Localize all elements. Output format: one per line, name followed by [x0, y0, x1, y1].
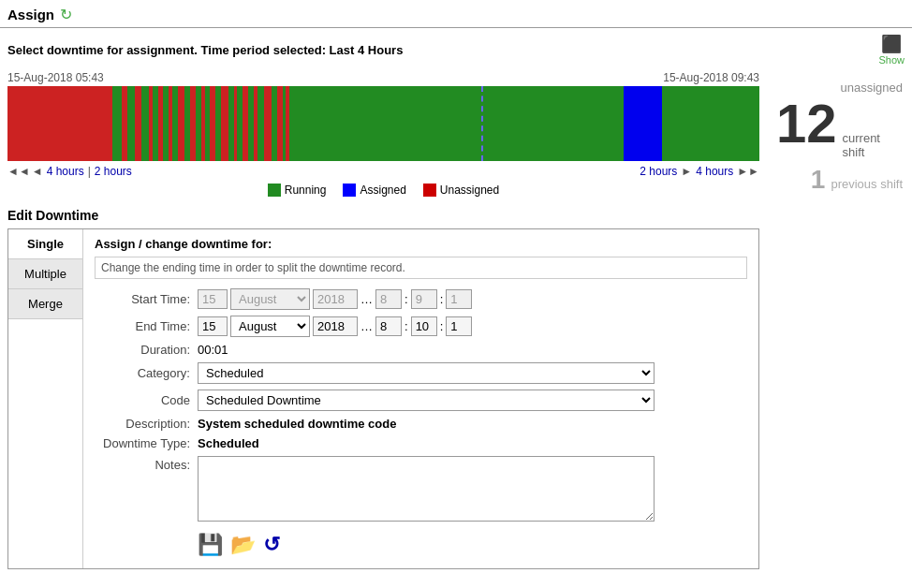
end-sep: … — [360, 319, 373, 333]
tab-single[interactable]: Single — [8, 229, 82, 259]
show-button[interactable]: ⬛ Show — [878, 34, 905, 66]
seg-dotted-line — [481, 86, 483, 161]
legend-running-dot — [268, 184, 281, 197]
form-body: Assign / change downtime for: Change the… — [83, 229, 758, 568]
nav-btn-right[interactable]: ► — [681, 165, 692, 178]
time-period-bar: Select downtime for assignment. Time per… — [0, 28, 912, 69]
edit-title: Edit Downtime — [7, 208, 759, 223]
export-button[interactable]: 📂 — [230, 533, 256, 557]
main-layout: 15-Aug-2018 05:43 15-Aug-2018 09:43 — [0, 69, 912, 573]
seg-stripe-area — [112, 86, 293, 161]
legend-running: Running — [268, 184, 327, 197]
notes-label: Notes: — [95, 456, 198, 472]
form-header: Assign / change downtime for: — [95, 237, 747, 251]
end-day-input[interactable] — [198, 316, 228, 336]
end-month-select[interactable]: August — [230, 316, 310, 337]
previous-label: previous shift — [831, 177, 903, 191]
legend-assigned: Assigned — [343, 184, 405, 197]
downtime-type-row: Downtime Type: Scheduled — [95, 436, 747, 450]
start-colon1: : — [405, 292, 408, 306]
refresh-icon[interactable]: ↻ — [60, 6, 72, 23]
end-year-input[interactable] — [313, 316, 358, 336]
previous-number: 1 — [811, 165, 826, 195]
code-row: Code Scheduled Downtime — [95, 390, 747, 411]
start-s-input[interactable] — [446, 289, 472, 309]
seg-green-main — [293, 86, 654, 161]
timeline-dates: 15-Aug-2018 05:43 15-Aug-2018 09:43 — [7, 69, 759, 86]
timeline-start-date: 15-Aug-2018 05:43 — [7, 71, 104, 84]
start-year-input[interactable] — [313, 289, 358, 309]
page-title: Assign — [7, 7, 54, 22]
show-label: Show — [878, 54, 905, 66]
nav-btn-left[interactable]: ◄ — [32, 165, 43, 178]
legend-unassigned-label: Unassigned — [440, 184, 499, 197]
current-number-row: 12 current shift — [776, 96, 903, 159]
end-colon1: : — [405, 319, 408, 333]
action-row: 💾 📂 ↺ — [95, 527, 747, 561]
nav-btn-rightright[interactable]: ►► — [737, 165, 759, 178]
save-button[interactable]: 💾 — [198, 533, 223, 557]
end-s-input[interactable] — [446, 316, 472, 336]
nav-btn-leftleft[interactable]: ◄◄ — [7, 165, 30, 178]
timeline-bar[interactable] — [7, 86, 759, 161]
tabs-column: Single Multiple Merge — [8, 229, 83, 568]
seg-blue — [624, 86, 661, 161]
timeline-end-date: 15-Aug-2018 09:43 — [663, 71, 759, 84]
top-bar: Assign ↻ — [0, 0, 912, 28]
nav-row: ◄◄ ◄ 4 hours | 2 hours 2 hours ► 4 hours… — [7, 161, 759, 182]
notes-textarea[interactable] — [198, 456, 655, 522]
start-time-label: Start Time: — [95, 292, 198, 306]
nav-right: 2 hours ► 4 hours ►► — [638, 165, 759, 178]
end-m-input[interactable] — [411, 316, 437, 336]
tab-merge[interactable]: Merge — [8, 289, 82, 319]
end-colon2: : — [440, 319, 444, 333]
edit-section: Edit Downtime Single Multiple Merge Assi… — [7, 204, 759, 573]
nav-link-4h-right[interactable]: 4 hours — [696, 165, 733, 178]
end-time-row: End Time: August … : : — [95, 316, 747, 337]
previous-number-row: 1 previous shift — [776, 165, 903, 195]
legend-assigned-dot — [343, 184, 356, 197]
start-h-input[interactable] — [375, 289, 402, 309]
start-m-input[interactable] — [411, 289, 437, 309]
start-colon2: : — [440, 292, 444, 306]
undo-button[interactable]: ↺ — [263, 533, 280, 557]
legend-unassigned-dot — [423, 184, 436, 197]
description-row: Description: System scheduled downtime c… — [95, 417, 747, 431]
notes-row: Notes: — [95, 456, 747, 522]
legend-unassigned: Unassigned — [423, 184, 499, 197]
duration-label: Duration: — [95, 343, 198, 357]
end-time-label: End Time: — [95, 319, 198, 333]
duration-value: 00:01 — [198, 343, 228, 357]
current-label: current shift — [843, 131, 903, 159]
description-value: System scheduled downtime code — [198, 417, 396, 431]
legend: Running Assigned Unassigned — [7, 182, 759, 204]
end-h-input[interactable] — [375, 316, 402, 336]
show-icon: ⬛ — [881, 34, 902, 54]
seg-green-end — [662, 86, 759, 161]
nav-link-2h-right[interactable]: 2 hours — [640, 165, 677, 178]
form-hint: Change the ending time in order to split… — [95, 257, 747, 279]
downtime-type-value: Scheduled — [198, 436, 259, 450]
nav-left: ◄◄ ◄ 4 hours | 2 hours — [7, 165, 134, 178]
start-day-input[interactable] — [198, 289, 228, 309]
start-month-select[interactable]: August — [230, 288, 310, 310]
category-row: Category: Scheduled Unscheduled Planned — [95, 362, 747, 384]
legend-running-label: Running — [285, 184, 327, 197]
stats-panel: unassigned 12 current shift 1 previous s… — [767, 69, 912, 573]
category-label: Category: — [95, 366, 198, 380]
edit-table: Single Multiple Merge Assign / change do… — [7, 228, 759, 569]
code-select[interactable]: Scheduled Downtime — [198, 390, 655, 411]
nav-sep-1: | — [88, 165, 91, 178]
start-sep: … — [360, 292, 373, 306]
seg-red-1 — [7, 86, 112, 161]
content-area: 15-Aug-2018 05:43 15-Aug-2018 09:43 — [0, 69, 767, 573]
category-select[interactable]: Scheduled Unscheduled Planned — [198, 362, 655, 384]
time-period-text: Select downtime for assignment. Time per… — [7, 43, 871, 57]
duration-row: Duration: 00:01 — [95, 343, 747, 357]
nav-link-4h-left[interactable]: 4 hours — [47, 165, 84, 178]
code-label: Code — [95, 393, 198, 407]
nav-link-2h-left[interactable]: 2 hours — [95, 165, 132, 178]
tab-multiple[interactable]: Multiple — [8, 259, 82, 289]
description-label: Description: — [95, 417, 198, 431]
start-time-row: Start Time: August … : : — [95, 288, 747, 310]
